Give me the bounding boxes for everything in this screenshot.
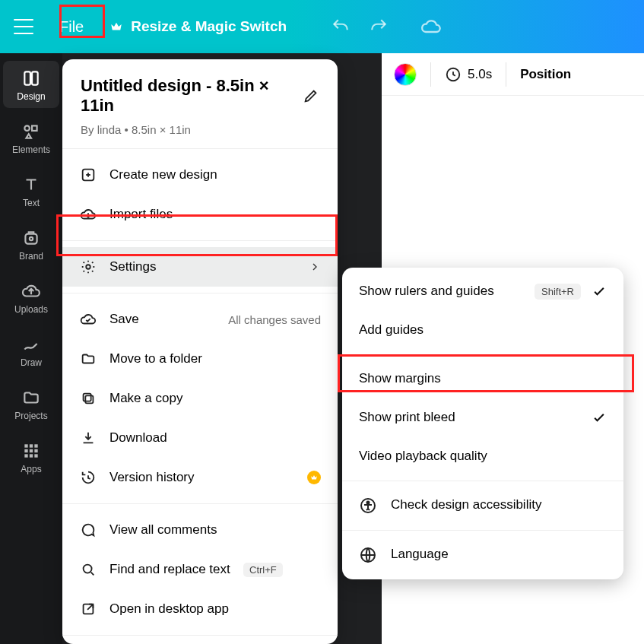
position-button[interactable]: Position [520,67,571,82]
settings-submenu: Show rulers and guides Shift+R Add guide… [342,268,623,579]
brand-icon [21,228,41,248]
duration-value: 5.0s [468,67,492,82]
design-icon [21,68,41,88]
menu-item-label: Download [109,430,321,446]
check-accessibility-item[interactable]: Check design accessibility [342,486,623,525]
sidebar-item-brand[interactable]: Brand [0,219,62,269]
menu-item-label: Add guides [359,322,607,339]
make-a-copy-item[interactable]: Make a copy [62,379,338,418]
find-replace-item[interactable]: Find and replace text Ctrl+F [62,550,338,589]
view-all-comments-item[interactable]: View all comments [62,510,338,550]
top-bar: File Resize & Magic Switch [0,0,644,53]
svg-rect-8 [34,444,37,447]
version-history-item[interactable]: Version history [62,458,338,497]
move-to-folder-item[interactable]: Move to a folder [62,339,338,379]
menu-item-label: Make a copy [109,391,321,406]
file-menu-label: File [59,18,84,35]
resize-magic-switch-button[interactable]: Resize & Magic Switch [109,18,287,35]
divider [506,62,506,87]
svg-point-5 [30,237,33,240]
redo-button[interactable] [369,17,389,36]
menu-item-label: Create new design [109,167,321,182]
svg-rect-13 [30,454,33,457]
external-link-icon [79,600,97,618]
copy-icon [79,389,97,408]
search-icon [79,560,97,579]
document-title: Untitled design - 8.5in × 11in [81,76,293,116]
menu-hamburger-button[interactable] [14,19,33,34]
cloud-sync-button[interactable] [420,16,442,37]
sidebar-item-projects[interactable]: Projects [0,379,62,429]
svg-rect-22 [84,394,91,401]
sidebar-item-label: Elements [12,144,50,155]
sidebar-item-label: Projects [14,411,47,421]
save-item[interactable]: Save All changes saved [62,300,338,339]
menu-item-label: View all comments [109,522,321,538]
accessibility-icon [359,496,377,515]
menu-item-label: Video playback quality [359,448,607,465]
projects-icon [21,388,41,408]
file-menu-button[interactable]: File [47,12,96,42]
svg-rect-6 [24,444,27,447]
document-subtitle: By linda • 8.5in × 11in [81,123,319,136]
crown-icon [109,20,123,33]
add-guides-item[interactable]: Add guides [342,311,623,350]
menu-item-label: Version history [109,470,295,485]
video-playback-quality-item[interactable]: Video playback quality [342,437,623,476]
editor-toolbar: 5.0s Position [382,53,644,96]
create-new-design-item[interactable]: Create new design [62,155,338,195]
chevron-right-icon [309,261,321,273]
menu-item-label: Save [109,312,216,327]
svg-point-27 [367,501,370,503]
menu-item-label: Language [391,546,607,563]
show-print-bleed-item[interactable]: Show print bleed [342,398,623,437]
resize-label: Resize & Magic Switch [131,18,287,35]
svg-rect-1 [32,71,38,84]
draw-icon [21,335,41,354]
svg-rect-9 [24,449,27,452]
svg-rect-14 [34,454,37,457]
sidebar-item-text[interactable]: Text [0,166,62,216]
settings-item[interactable]: Settings [62,247,338,287]
sidebar-item-label: Design [17,91,45,102]
left-sidebar: Design Elements Text Brand Uploads [0,53,62,644]
sidebar-item-label: Apps [21,464,41,474]
menu-item-label: Import files [109,207,321,222]
menu-item-label: Show print bleed [359,409,581,427]
sidebar-item-draw[interactable]: Draw [0,325,62,376]
main-area: Design Elements Text Brand Uploads [0,53,644,644]
svg-rect-0 [24,71,30,84]
import-files-item[interactable]: Import files [62,195,338,234]
show-rulers-guides-item[interactable]: Show rulers and guides Shift+R [342,272,623,311]
duration-button[interactable]: 5.0s [445,66,492,83]
sidebar-item-label: Draw [21,357,42,368]
open-desktop-app-item[interactable]: Open in desktop app [62,589,338,629]
menu-item-label: Move to a folder [109,351,321,366]
svg-rect-12 [24,454,27,457]
sidebar-item-uploads[interactable]: Uploads [0,272,62,322]
language-item[interactable]: Language [342,535,623,575]
sidebar-item-label: Brand [19,251,43,262]
file-dropdown-menu: Untitled design - 8.5in × 11in By linda … [62,59,338,644]
svg-rect-11 [34,449,37,452]
sidebar-item-elements[interactable]: Elements [0,113,62,163]
apps-icon [21,441,41,461]
keyboard-shortcut: Shift+R [535,284,581,300]
svg-point-23 [84,565,92,573]
menu-item-label: Open in desktop app [109,601,321,617]
comment-icon [79,521,97,539]
history-icon [79,468,97,487]
svg-rect-21 [85,395,93,403]
cloud-check-icon [79,310,97,328]
show-margins-item[interactable]: Show margins [342,360,623,398]
download-item[interactable]: Download [62,418,338,458]
sidebar-item-apps[interactable]: Apps [0,432,62,482]
plus-icon [79,166,97,184]
pro-badge-icon [307,471,321,484]
text-icon [21,175,41,195]
undo-button[interactable] [331,17,351,36]
sidebar-item-design[interactable]: Design [0,59,62,109]
edit-title-button[interactable] [303,87,319,104]
color-picker-button[interactable] [394,63,417,86]
globe-icon [359,546,377,564]
